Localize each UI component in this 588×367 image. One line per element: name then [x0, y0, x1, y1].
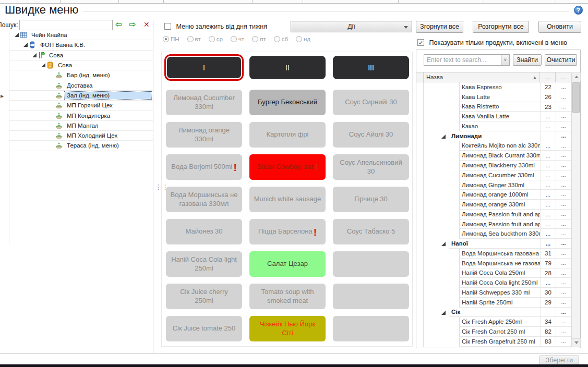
menu-cell[interactable]: Піцца Барселона!	[249, 219, 326, 244]
name-column-header[interactable]: Назва ▲	[424, 74, 539, 80]
product-price-cell[interactable]: ...	[540, 200, 556, 210]
product-price-cell[interactable]: 31	[540, 249, 556, 259]
tree-item[interactable]: МП Мангал	[9, 121, 153, 131]
product-price-cell[interactable]: ...	[540, 180, 556, 190]
product-price-cell[interactable]: 82	[540, 327, 556, 337]
row-actions-ellipsis[interactable]: ...	[556, 239, 571, 249]
menu-cell[interactable]: Сік Juice tomate 250	[166, 316, 242, 341]
row-actions-ellipsis[interactable]: ...	[556, 151, 571, 161]
expand-triangle-icon[interactable]	[40, 63, 46, 67]
product-row[interactable]: Сік Fresh Carrot 250 ml82...	[416, 327, 571, 337]
weekday-radio[interactable]	[296, 36, 302, 42]
expand-triangle-icon[interactable]	[441, 242, 446, 246]
menu-cell[interactable]: Соус Айолі 30	[333, 122, 409, 148]
product-price-cell[interactable]: 34	[540, 317, 556, 327]
expand-triangle-icon[interactable]	[31, 53, 38, 57]
tree-search-input[interactable]	[19, 20, 113, 30]
menu-cell[interactable]: Салат Цезар	[249, 251, 326, 277]
menu-cell[interactable]: Tomato soup with smoked meat	[249, 284, 326, 309]
product-price-cell[interactable]: 26	[540, 92, 556, 102]
menu-page-button[interactable]: III	[333, 56, 409, 79]
product-row[interactable]: Напій Coca Cola light 250ml......	[416, 278, 571, 288]
product-price-cell[interactable]: ...	[540, 112, 556, 121]
row-actions-ellipsis[interactable]: ...	[556, 200, 571, 210]
expand-triangle-icon[interactable]	[441, 311, 446, 315]
weekday-radio[interactable]	[274, 36, 280, 42]
product-price-cell[interactable]	[540, 308, 556, 317]
product-price-cell[interactable]: ...	[540, 190, 556, 200]
product-price-cell[interactable]: 79	[540, 259, 556, 268]
product-row[interactable]: Лимонад Cucumber 330ml......	[416, 170, 571, 180]
expand-all-button[interactable]: Розгорнути все	[473, 21, 529, 33]
menu-cell[interactable]: Сік Juice cherry 250ml	[166, 284, 242, 309]
tree-item[interactable]: МП Кондитерка	[9, 111, 153, 120]
search-forward-icon[interactable]: ⇨	[129, 19, 136, 29]
menu-cell[interactable]: Соус Табаско 5	[333, 219, 409, 244]
refresh-button[interactable]: Оновити	[538, 21, 581, 33]
tree-item[interactable]: Сова	[9, 51, 153, 60]
product-row[interactable]: Лимонад Passion fruit and app.........	[416, 210, 571, 219]
splitter-handle[interactable]: ⋮⋮	[155, 186, 158, 199]
tree-item[interactable]: ФОП Ваяна К.В.	[9, 40, 153, 50]
weekday-option[interactable]: ср	[209, 36, 223, 42]
weekday-radio[interactable]	[252, 36, 258, 42]
row-actions-ellipsis[interactable]: ...	[556, 278, 571, 288]
row-actions-ellipsis[interactable]: ...	[556, 259, 571, 268]
product-row[interactable]: Сік Fresh Grapefruit 250 ml83...	[416, 337, 571, 347]
product-row[interactable]: Кава Espresso22...	[416, 82, 571, 92]
product-price-cell[interactable]	[540, 131, 556, 141]
search-dropdown-icon[interactable]: ˅	[501, 54, 510, 66]
weekday-option[interactable]: чт	[231, 36, 244, 42]
product-price-cell[interactable]: ...	[540, 151, 556, 161]
product-price-cell[interactable]: ...	[540, 121, 556, 131]
product-price-cell[interactable]: ...	[540, 170, 556, 180]
menu-cell[interactable]: Картопля фрі	[249, 122, 326, 148]
product-price-cell[interactable]: 83	[540, 337, 556, 347]
weekday-radio[interactable]	[187, 36, 194, 42]
actions-dropdown[interactable]: Дії	[291, 21, 412, 32]
product-row[interactable]: Кава Vanilla Latte......	[416, 112, 571, 121]
panel-collapse-arrow-icon[interactable]: ▶	[1, 94, 4, 99]
product-row[interactable]: Лимонад Blackberry 330ml......	[416, 161, 571, 170]
row-actions-ellipsis[interactable]: ...	[556, 190, 571, 200]
product-row[interactable]: Вода Моршинська газована ...31...	[416, 249, 571, 259]
row-actions-ellipsis[interactable]: ...	[556, 141, 571, 151]
tree-item[interactable]: Сова	[9, 60, 153, 70]
search-clear-icon[interactable]: ✕	[143, 20, 150, 29]
weekday-option[interactable]: пт	[252, 36, 266, 42]
product-price-cell[interactable]: 30	[540, 288, 556, 298]
product-price-cell[interactable]: 28	[540, 268, 556, 278]
row-actions-ellipsis[interactable]: ...	[556, 268, 571, 278]
row-actions-ellipsis[interactable]: ...	[556, 317, 571, 327]
product-row[interactable]: Лимонад Passion fruit and app.........	[416, 219, 571, 229]
expand-triangle-icon[interactable]	[13, 33, 20, 37]
help-icon[interactable]: ?	[574, 6, 583, 15]
row-actions-ellipsis[interactable]: ...	[556, 82, 571, 92]
expand-triangle-icon[interactable]	[22, 43, 29, 47]
product-price-cell[interactable]: ...	[540, 210, 556, 219]
column-header-dots-2[interactable]: ...	[555, 72, 571, 82]
scroll-down-icon[interactable]	[572, 338, 581, 347]
menu-cell[interactable]: Майонез 30	[166, 219, 242, 244]
weekday-option[interactable]: ПН	[163, 36, 179, 42]
week-dependency-checkbox[interactable]	[164, 23, 171, 30]
row-actions-ellipsis[interactable]: ...	[556, 249, 571, 259]
menu-cell[interactable]: Соус Сирнийі 30	[333, 90, 409, 115]
menu-page-button[interactable]: II	[249, 56, 326, 79]
product-row[interactable]: Лимонад Sea buckthorn 330ml......	[416, 229, 571, 239]
product-price-cell[interactable]: ...	[540, 219, 556, 229]
menu-cell[interactable]: Соус Апельсиновий 30	[333, 154, 409, 180]
clear-button[interactable]: Очистити	[545, 54, 577, 66]
row-actions-ellipsis[interactable]: ...	[556, 180, 571, 190]
product-price-cell[interactable]: 22	[540, 82, 556, 92]
menu-cell-empty[interactable]	[333, 284, 409, 309]
row-actions-ellipsis[interactable]: ...	[556, 161, 571, 170]
tree-item[interactable]: Тераса (інд. меню)	[9, 141, 153, 151]
row-actions-ellipsis[interactable]: ...	[556, 170, 571, 180]
row-actions-ellipsis[interactable]: ...	[556, 102, 571, 112]
expand-triangle-icon[interactable]	[441, 134, 446, 139]
row-actions-ellipsis[interactable]: ...	[556, 210, 571, 219]
product-row[interactable]: Кава Ristretto23...	[416, 102, 571, 112]
product-row[interactable]: Сік Fresh Apple 250ml34...	[416, 317, 571, 327]
scrollbar-thumb[interactable]	[572, 82, 580, 113]
